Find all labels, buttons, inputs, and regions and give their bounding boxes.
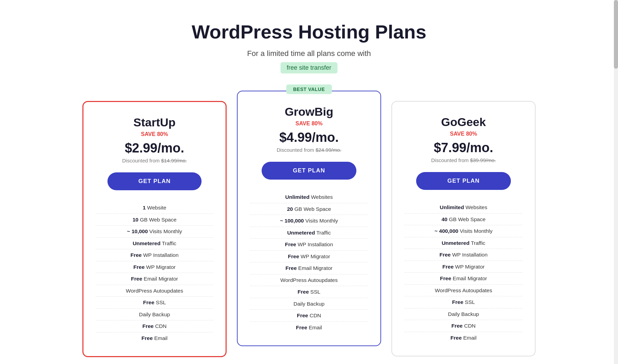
plan-card-startup: StartUp SAVE 80% $2.99/mo. Discounted fr… — [82, 101, 227, 357]
scrollbar-thumb[interactable] — [614, 0, 618, 69]
list-item: Free WP Migrator — [404, 261, 523, 273]
list-item: Free Email Migrator — [250, 262, 368, 274]
list-item: WordPress Autoupdates — [96, 285, 213, 297]
list-item: Free CDN — [250, 310, 368, 322]
gogeek-features-list: Unlimited Websites 40 GB Web Space ~ 400… — [404, 202, 523, 343]
growbig-original-price: Discounted from $24.99/mo. — [250, 147, 368, 153]
page-subtitle: For a limited time all plans come with — [247, 49, 371, 58]
scrollbar-track[interactable] — [614, 0, 618, 364]
list-item: Free WP Migrator — [250, 251, 368, 263]
growbig-get-plan-button[interactable]: GET PLAN — [262, 162, 356, 180]
list-item: Free CDN — [96, 320, 213, 332]
startup-price: $2.99/mo. — [96, 141, 213, 156]
list-item: Unlimited Websites — [404, 202, 523, 214]
startup-plan-name: StartUp — [96, 116, 213, 129]
list-item: 20 GB Web Space — [250, 203, 368, 215]
list-item: Free Email Migrator — [404, 273, 523, 285]
list-item: Free WP Installation — [96, 249, 213, 261]
list-item: ~ 400,000 Visits Monthly — [404, 225, 523, 237]
list-item: Unmetered Traffic — [250, 227, 368, 239]
list-item: Daily Backup — [404, 308, 523, 320]
list-item: Daily Backup — [96, 309, 213, 321]
list-item: Free CDN — [404, 320, 523, 332]
free-transfer-badge: free site transfer — [281, 62, 337, 73]
list-item: Free SSL — [96, 297, 213, 309]
gogeek-original-price: Discounted from $39.99/mo. — [404, 157, 523, 163]
list-item: ~ 100,000 Visits Monthly — [250, 215, 368, 227]
list-item: Free Email — [404, 332, 523, 344]
growbig-plan-name: GrowBig — [250, 105, 368, 118]
list-item: Unlimited Websites — [250, 191, 368, 203]
gogeek-save-badge: SAVE 80% — [404, 131, 523, 137]
list-item: Free Email Migrator — [96, 273, 213, 285]
page-title: WordPress Hosting Plans — [192, 21, 426, 43]
list-item: Unmetered Traffic — [96, 238, 213, 250]
list-item: Free WP Migrator — [96, 261, 213, 273]
list-item: ~ 10,000 Visits Monthly — [96, 226, 213, 238]
plan-card-gogeek: GoGeek SAVE 80% $7.99/mo. Discounted fro… — [391, 101, 536, 356]
list-item: Free SSL — [250, 286, 368, 298]
best-value-badge: BEST VALUE — [286, 84, 332, 94]
gogeek-get-plan-button[interactable]: GET PLAN — [416, 172, 511, 190]
growbig-save-badge: SAVE 80% — [250, 121, 368, 127]
page-wrapper: WordPress Hosting Plans For a limited ti… — [0, 0, 618, 364]
gogeek-plan-name: GoGeek — [404, 115, 523, 129]
list-item: WordPress Autoupdates — [404, 285, 523, 297]
list-item: 10 GB Web Space — [96, 214, 213, 226]
growbig-price: $4.99/mo. — [250, 130, 368, 145]
list-item: Free WP Installation — [404, 249, 523, 261]
list-item: 1 Website — [96, 202, 213, 214]
list-item: Free WP Installation — [250, 239, 368, 251]
plans-container: StartUp SAVE 80% $2.99/mo. Discounted fr… — [69, 91, 549, 357]
startup-features-list: 1 Website 10 GB Web Space ~ 10,000 Visit… — [96, 202, 213, 344]
list-item: Free Email — [96, 332, 213, 344]
growbig-features-list: Unlimited Websites 20 GB Web Space ~ 100… — [250, 191, 368, 333]
list-item: Unmetered Traffic — [404, 237, 523, 249]
list-item: Free Email — [250, 322, 368, 333]
startup-original-price: Discounted from $14.99/mo. — [96, 158, 213, 163]
startup-get-plan-button[interactable]: GET PLAN — [107, 172, 202, 190]
list-item: 40 GB Web Space — [404, 214, 523, 226]
list-item: WordPress Autoupdates — [250, 274, 368, 286]
plan-card-growbig: BEST VALUE GrowBig SAVE 80% $4.99/mo. Di… — [237, 91, 381, 346]
gogeek-price: $7.99/mo. — [404, 140, 523, 155]
list-item: Free SSL — [404, 296, 523, 308]
list-item: Daily Backup — [250, 298, 368, 310]
startup-save-badge: SAVE 80% — [96, 131, 213, 137]
